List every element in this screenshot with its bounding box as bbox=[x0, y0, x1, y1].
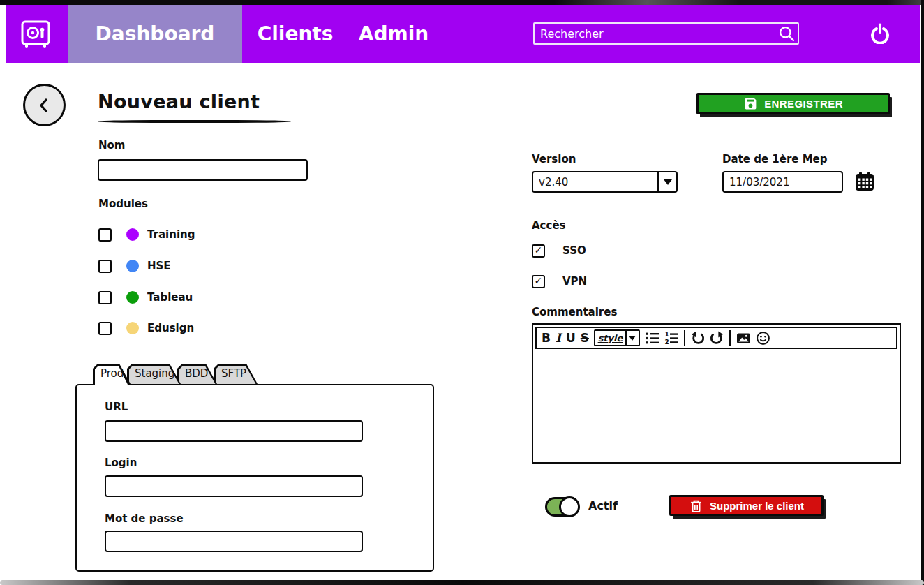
undo-button[interactable] bbox=[690, 331, 705, 346]
svg-text:2: 2 bbox=[664, 339, 669, 346]
env-tab-panel: URL Login Mot de passe bbox=[75, 384, 434, 572]
module-hse-checkbox[interactable] bbox=[98, 260, 112, 273]
save-button[interactable]: ENREGISTRER bbox=[696, 93, 890, 114]
power-icon[interactable] bbox=[870, 23, 891, 44]
insert-image-button[interactable] bbox=[736, 331, 751, 346]
search-input[interactable] bbox=[535, 27, 778, 40]
module-hse-color-dot bbox=[126, 260, 139, 272]
toolbar-separator bbox=[684, 330, 686, 346]
search-box bbox=[533, 22, 799, 45]
acces-label: Accès bbox=[532, 219, 566, 232]
actif-label: Actif bbox=[588, 499, 618, 512]
top-navbar: Dashboard Clients Admin bbox=[6, 5, 920, 63]
app-logo-safe-icon[interactable] bbox=[17, 15, 54, 53]
date-mep-label: Date de 1ère Mep bbox=[722, 153, 828, 165]
nom-input[interactable] bbox=[98, 159, 308, 181]
nom-label: Nom bbox=[98, 139, 126, 151]
module-row-hse: HSE bbox=[98, 259, 171, 273]
delete-client-button[interactable]: Supprimer le client bbox=[669, 495, 824, 516]
tab-prod[interactable]: Prod bbox=[93, 364, 131, 384]
nav-tab-admin[interactable]: Admin bbox=[355, 5, 432, 63]
modules-label: Modules bbox=[98, 198, 148, 210]
tab-staging-label: Staging bbox=[127, 364, 181, 383]
login-input[interactable] bbox=[105, 475, 363, 497]
italic-button[interactable]: I bbox=[556, 332, 561, 344]
tab-staging[interactable]: Staging bbox=[127, 364, 181, 384]
title-underline bbox=[98, 120, 291, 123]
tab-prod-label: Prod bbox=[93, 364, 131, 383]
module-tableau-checkbox[interactable] bbox=[98, 291, 112, 304]
vpn-label: VPN bbox=[562, 275, 587, 288]
env-tabs: Prod Staging BDD SFTP bbox=[93, 364, 254, 384]
nav-tab-dashboard-label: Dashboard bbox=[96, 22, 215, 45]
redo-button[interactable] bbox=[710, 331, 724, 346]
module-tableau-label: Tableau bbox=[147, 291, 193, 304]
app-window: Dashboard Clients Admin Nouveau client bbox=[0, 0, 924, 585]
nav-tab-dashboard[interactable]: Dashboard bbox=[68, 5, 242, 63]
style-dropdown[interactable]: style bbox=[594, 329, 640, 346]
search-icon[interactable] bbox=[778, 25, 795, 42]
module-row-tableau: Tableau bbox=[98, 290, 193, 304]
version-select[interactable]: v2.40 bbox=[532, 171, 678, 193]
window-right-border bbox=[921, 0, 924, 585]
trash-icon bbox=[689, 498, 703, 513]
module-row-edusign: Edusign bbox=[98, 321, 194, 335]
underline-button[interactable]: U bbox=[566, 332, 576, 344]
module-tableau-color-dot bbox=[126, 291, 139, 304]
editor-toolbar: B I U S style 1 2 bbox=[535, 327, 897, 349]
commentaires-label: Commentaires bbox=[532, 306, 617, 318]
mot-de-passe-input[interactable] bbox=[105, 531, 363, 552]
date-mep-input[interactable] bbox=[722, 171, 843, 193]
save-floppy-icon bbox=[743, 96, 758, 111]
module-row-training: Training bbox=[98, 228, 195, 242]
tab-sftp-label: SFTP bbox=[214, 364, 258, 383]
acces-row-vpn: VPN bbox=[532, 274, 587, 288]
save-button-label: ENREGISTRER bbox=[764, 98, 843, 110]
url-label: URL bbox=[105, 401, 128, 413]
calendar-icon[interactable] bbox=[854, 170, 875, 193]
module-training-color-dot bbox=[126, 228, 139, 241]
tab-bdd-label: BDD bbox=[177, 364, 217, 383]
module-hse-label: HSE bbox=[147, 260, 171, 272]
mot-de-passe-label: Mot de passe bbox=[105, 512, 184, 525]
url-input[interactable] bbox=[105, 420, 363, 442]
acces-row-sso: SSO bbox=[532, 244, 586, 258]
module-edusign-label: Edusign bbox=[147, 322, 194, 334]
nav-tab-admin-label: Admin bbox=[359, 22, 429, 45]
version-label: Version bbox=[532, 153, 576, 165]
toolbar-separator bbox=[729, 330, 731, 346]
login-label: Login bbox=[105, 457, 137, 469]
module-training-checkbox[interactable] bbox=[98, 228, 112, 242]
back-button[interactable] bbox=[23, 84, 66, 126]
numbered-list-button[interactable]: 1 2 bbox=[664, 331, 679, 346]
chevron-left-icon bbox=[36, 96, 53, 114]
sso-checkbox[interactable] bbox=[532, 244, 545, 258]
nav-tab-clients-label: Clients bbox=[258, 22, 334, 45]
window-bottom-border bbox=[0, 580, 924, 585]
emoji-button[interactable] bbox=[756, 331, 770, 346]
delete-button-label: Supprimer le client bbox=[710, 500, 804, 512]
svg-text:1: 1 bbox=[664, 331, 669, 338]
version-select-arrow-button[interactable] bbox=[657, 172, 676, 191]
nav-tab-clients[interactable]: Clients bbox=[253, 5, 337, 63]
bold-button[interactable]: B bbox=[542, 332, 551, 344]
tab-bdd[interactable]: BDD bbox=[177, 364, 217, 384]
sso-label: SSO bbox=[562, 244, 586, 257]
actif-toggle[interactable] bbox=[545, 497, 579, 517]
strikethrough-button[interactable]: S bbox=[581, 332, 589, 344]
commentaires-editor: B I U S style 1 2 bbox=[532, 323, 901, 464]
tab-sftp[interactable]: SFTP bbox=[214, 364, 258, 384]
module-edusign-checkbox[interactable] bbox=[98, 322, 112, 335]
window-top-border bbox=[0, 0, 924, 5]
commentaires-textarea[interactable] bbox=[535, 351, 897, 460]
toggle-knob bbox=[559, 496, 580, 517]
dropdown-arrow-icon bbox=[664, 179, 672, 185]
module-edusign-color-dot bbox=[126, 322, 139, 334]
style-dropdown-arrow-button[interactable] bbox=[625, 331, 639, 345]
style-dropdown-label: style bbox=[595, 331, 625, 345]
version-selected-value: v2.40 bbox=[533, 172, 657, 191]
dropdown-arrow-icon bbox=[629, 336, 636, 341]
bullet-list-button[interactable] bbox=[645, 331, 660, 346]
vpn-checkbox[interactable] bbox=[532, 275, 545, 288]
module-training-label: Training bbox=[147, 228, 195, 241]
